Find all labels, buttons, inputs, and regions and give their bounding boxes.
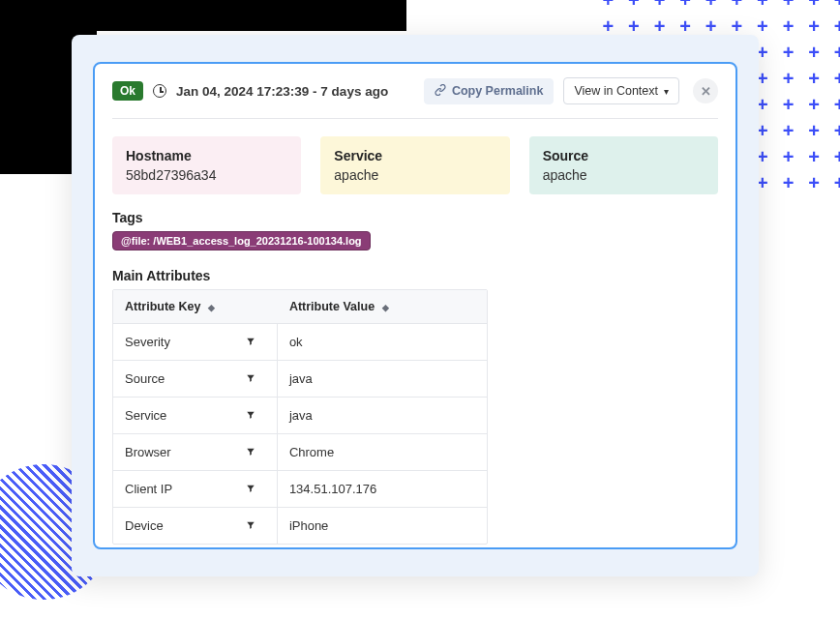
filter-icon	[246, 335, 255, 349]
filter-icon	[246, 445, 255, 459]
attribute-value-cell: java	[278, 361, 487, 398]
attribute-value-cell: iPhone	[278, 508, 487, 544]
tag-chip[interactable]: @file: /WEB1_access_log_20231216-100134.…	[112, 231, 371, 251]
close-icon: ✕	[701, 84, 711, 99]
attributes-table: Attribute Key ◆ Attribute Value ◆ Severi…	[112, 289, 488, 545]
close-button[interactable]: ✕	[693, 78, 718, 103]
timestamp-text: Jan 04, 2024 17:23:39 - 7 days ago	[176, 84, 388, 99]
attribute-value-cell: Chrome	[278, 434, 487, 471]
filter-cell[interactable]	[225, 398, 278, 434]
log-detail-panel: Ok Jan 04, 2024 17:23:39 - 7 days ago Co…	[93, 62, 737, 549]
attribute-key-cell: Severity	[113, 324, 225, 361]
sort-icon: ◆	[382, 303, 385, 312]
filter-icon	[246, 482, 255, 496]
table-row: Servicejava	[113, 398, 487, 434]
attribute-key-cell: Source	[113, 361, 225, 398]
view-in-context-label: View in Context	[574, 84, 658, 98]
chevron-down-icon: ▾	[664, 86, 669, 97]
hostname-label: Hostname	[126, 148, 287, 163]
filter-cell[interactable]	[225, 508, 278, 544]
filter-cell[interactable]	[225, 434, 278, 471]
copy-permalink-button[interactable]: Copy Permalink	[424, 78, 554, 104]
service-label: Service	[334, 148, 495, 163]
attribute-value-cell: ok	[278, 324, 487, 361]
main-attributes-section: Main Attributes Attribute Key ◆ Attribut…	[112, 268, 718, 545]
link-icon	[435, 84, 446, 99]
filter-cell[interactable]	[225, 361, 278, 398]
column-header-key-label: Attribute Key	[125, 300, 200, 313]
info-cards-row: Hostname 58bd27396a34 Service apache Sou…	[112, 136, 718, 194]
source-value: apache	[543, 167, 705, 183]
source-label: Source	[543, 148, 705, 163]
table-row: Client IP134.51.107.176	[113, 471, 487, 508]
filter-icon	[246, 408, 255, 423]
attribute-key-cell: Service	[113, 398, 225, 434]
attribute-key-cell: Browser	[113, 434, 225, 471]
table-row: DeviceiPhone	[113, 508, 487, 544]
filter-cell[interactable]	[225, 324, 278, 361]
service-card: Service apache	[320, 136, 509, 194]
view-in-context-button[interactable]: View in Context ▾	[563, 77, 679, 104]
hostname-value: 58bd27396a34	[126, 167, 287, 183]
column-header-value-label: Attribute Value	[289, 300, 375, 313]
panel-header: Ok Jan 04, 2024 17:23:39 - 7 days ago Co…	[112, 77, 718, 119]
log-detail-card: Ok Jan 04, 2024 17:23:39 - 7 days ago Co…	[72, 35, 759, 576]
sort-icon: ◆	[208, 303, 211, 312]
copy-permalink-label: Copy Permalink	[452, 84, 543, 98]
filter-icon	[246, 518, 255, 533]
hostname-card: Hostname 58bd27396a34	[112, 136, 301, 194]
table-row: Severityok	[113, 324, 487, 361]
attribute-value-cell: java	[278, 398, 487, 434]
service-value: apache	[334, 167, 495, 183]
column-header-value[interactable]: Attribute Value ◆	[278, 290, 487, 324]
table-row: Sourcejava	[113, 361, 487, 398]
clock-icon	[153, 84, 166, 98]
main-attributes-title: Main Attributes	[112, 268, 718, 283]
filter-cell[interactable]	[225, 471, 278, 508]
source-card: Source apache	[529, 136, 718, 194]
tags-title: Tags	[112, 210, 718, 225]
filter-icon	[246, 371, 255, 386]
attribute-key-cell: Client IP	[113, 471, 225, 508]
tags-section: Tags @file: /WEB1_access_log_20231216-10…	[112, 210, 718, 251]
table-row: BrowserChrome	[113, 434, 487, 471]
status-badge: Ok	[112, 81, 143, 101]
column-header-key[interactable]: Attribute Key ◆	[113, 290, 278, 324]
attribute-key-cell: Device	[113, 508, 225, 544]
attribute-value-cell: 134.51.107.176	[278, 471, 487, 508]
